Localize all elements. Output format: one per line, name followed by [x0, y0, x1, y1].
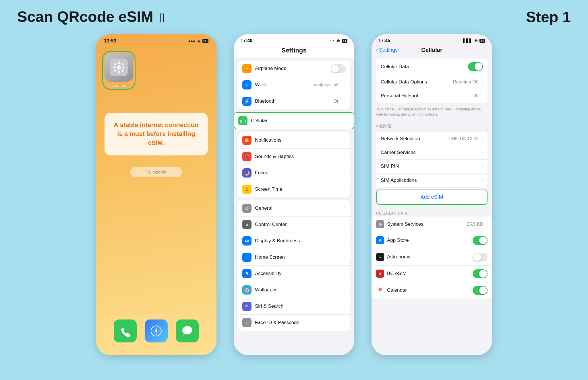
calendar-icon: 📅	[376, 286, 384, 294]
sim-pin-row[interactable]: SIM PIN ›	[376, 160, 488, 174]
airplane-label: Airplane Mode	[255, 66, 327, 71]
cellular-data-options-label: Cellular Data Options	[381, 79, 450, 85]
options-chevron: ›	[481, 79, 483, 85]
dock-phone-icon[interactable]	[114, 319, 137, 342]
airplane-toggle[interactable]	[331, 64, 346, 73]
personal-hotspot-value: Off	[473, 93, 479, 98]
controlcenter-label: Control Center	[255, 222, 341, 227]
network-selection-value: CHN-UNICOM	[448, 136, 479, 141]
svg-rect-5	[122, 67, 125, 68]
cellular-data-options-row[interactable]: Cellular Data Options Roaming Off ›	[376, 75, 488, 89]
search-text: Search	[153, 169, 167, 174]
settings-row-accessibility[interactable]: ♿ Accessibility ›	[238, 266, 350, 282]
homescreen-chevron: ›	[344, 255, 346, 260]
back-button[interactable]: ‹ Settings	[376, 47, 398, 53]
settings-app-icon	[105, 53, 133, 82]
settings-row-wifi[interactable]: ⊛ Wi-Fi weitaige_5G ›	[238, 77, 350, 93]
focus-label: Focus	[255, 170, 341, 176]
add-esim-group: Add eSIM	[376, 190, 488, 205]
settings-group-cellular-highlighted: ((·)) Cellular ›	[234, 112, 354, 129]
system-services-chevron: ›	[486, 222, 488, 227]
wifi-icon: ⊛	[197, 39, 201, 43]
display-label: Display & Brightness	[255, 238, 341, 244]
settings-group-2: 🔔 Notifications › 🔊 Sounds & Haptics › 🌙…	[238, 132, 350, 197]
simpin-chevron: ›	[481, 164, 483, 169]
settings-row-notifications[interactable]: 🔔 Notifications ›	[238, 132, 350, 149]
settings-row-homescreen[interactable]: ⋮⋮⋮ Home Screen ›	[238, 249, 350, 266]
cellular-label: Cellular	[251, 118, 345, 124]
carrier-services-label: Carrier Services	[381, 150, 479, 155]
settings-row-airplane[interactable]: ✈ Airplane Mode	[238, 61, 350, 77]
siri-chevron: ›	[344, 304, 346, 309]
cellular-group-2: Network Selection CHN-UNICOM › Carrier S…	[376, 132, 488, 187]
homescreen-icon: ⋮⋮⋮	[242, 253, 252, 262]
settings-row-cellular[interactable]: ((·)) Cellular ›	[234, 113, 354, 129]
settings-row-siri[interactable]: 🔍 Siri & Search ›	[238, 298, 350, 315]
app-row-system-services[interactable]: ⚙ System Services 25.5 KB ›	[372, 217, 492, 232]
sounds-chevron: ›	[344, 154, 346, 159]
status-icons-2: ··· ⊛ 31	[330, 38, 347, 43]
cellular-data-toggle[interactable]	[468, 62, 483, 71]
simapps-chevron: ›	[481, 178, 483, 183]
phone-homescreen: 13:53 ●●● ⊛ 6S	[96, 34, 216, 355]
settings-row-controlcenter[interactable]: ▦ Control Center ›	[238, 217, 350, 233]
settings-row-bluetooth[interactable]: ⚡ Bluetooth On ›	[238, 93, 350, 109]
wallpaper-icon: 🌸	[242, 285, 252, 295]
bcesim-toggle[interactable]	[473, 269, 488, 278]
bcesim-icon: ⊛	[376, 270, 384, 278]
screentime-icon: ⏱	[242, 185, 252, 194]
appstore-label: App Store	[387, 237, 470, 243]
app-row-appstore[interactable]: A App Store	[372, 232, 492, 249]
cellular-data-section-header: CELLULAR DATA	[372, 207, 492, 217]
statusbar-2: 17:40 ··· ⊛ 31	[234, 34, 354, 46]
wallpaper-label: Wallpaper	[255, 287, 341, 293]
dock-messages-icon[interactable]	[176, 319, 199, 342]
bluetooth-icon: ⚡	[242, 97, 252, 106]
sounds-icon: 🔊	[242, 152, 252, 161]
accessibility-label: Accessibility	[255, 271, 341, 276]
network-selection-label: Network Selection	[381, 136, 446, 142]
bluetooth-value: On	[333, 99, 339, 104]
statusbar-1: 13:53 ●●● ⊛ 6S	[96, 34, 216, 44]
app-row-bcesim[interactable]: ⊛ BC eSIM	[372, 266, 492, 282]
notif-chevron: ›	[344, 138, 346, 143]
cellular-icon: ((·))	[238, 116, 247, 125]
settings-row-faceid[interactable]: 🤳 Face ID & Passcode ›	[238, 315, 350, 331]
notifications-icon: 🔔	[242, 136, 252, 145]
wifi-settings-icon: ⊛	[242, 80, 252, 89]
cellular-data-row[interactable]: Cellular Data	[376, 59, 488, 75]
statusbar-3: 17:45 ▌▌▌ ⊛ 31	[372, 34, 492, 46]
sim-applications-label: SIM Applications	[381, 178, 479, 183]
controlcenter-icon: ▦	[242, 220, 252, 229]
settings-row-wallpaper[interactable]: 🌸 Wallpaper ›	[238, 282, 350, 298]
homescreen-label: Home Screen	[255, 254, 341, 260]
svg-rect-3	[118, 71, 120, 73]
network-selection-row[interactable]: Network Selection CHN-UNICOM ›	[376, 132, 488, 146]
appstore-icon: A	[376, 236, 384, 244]
settings-row-general[interactable]: ⚙ General ›	[238, 200, 350, 217]
siri-icon: 🔍	[242, 302, 252, 311]
personal-hotspot-row[interactable]: Personal Hotspot Off ›	[376, 89, 488, 103]
astronomy-toggle[interactable]	[473, 253, 488, 262]
settings-row-display[interactable]: AA Display & Brightness ›	[238, 233, 350, 249]
sim-applications-row[interactable]: SIM Applications ›	[376, 174, 488, 187]
phones-container: 13:53 ●●● ⊛ 6S	[0, 31, 588, 364]
settings-row-focus[interactable]: 🌙 Focus ›	[238, 165, 350, 181]
settings-app-container[interactable]: Settings	[102, 51, 136, 90]
dock-safari-icon[interactable]	[145, 319, 168, 342]
notifications-label: Notifications	[255, 137, 341, 143]
settings-row-screentime[interactable]: ⏱ Screen Time ›	[238, 181, 350, 197]
settings-row-sounds[interactable]: 🔊 Sounds & Haptics ›	[238, 149, 350, 165]
battery-1: 6S	[202, 39, 208, 43]
display-icon: AA	[242, 236, 252, 245]
phone-settings: 17:40 ··· ⊛ 31 Settings ✈ Airplane Mode …	[234, 34, 354, 355]
search-bar[interactable]: 🔍 Search	[130, 167, 182, 177]
app-row-astronomy[interactable]: ● Astronomy	[372, 249, 492, 266]
add-esim-button[interactable]: Add eSIM	[377, 190, 487, 204]
app-row-calendar[interactable]: 📅 Calendar	[372, 282, 492, 299]
focus-chevron: ›	[344, 170, 346, 176]
settings-green-border: Settings	[102, 51, 136, 90]
appstore-toggle[interactable]	[473, 236, 488, 245]
calendar-toggle[interactable]	[473, 286, 488, 295]
carrier-services-row[interactable]: Carrier Services ›	[376, 146, 488, 160]
